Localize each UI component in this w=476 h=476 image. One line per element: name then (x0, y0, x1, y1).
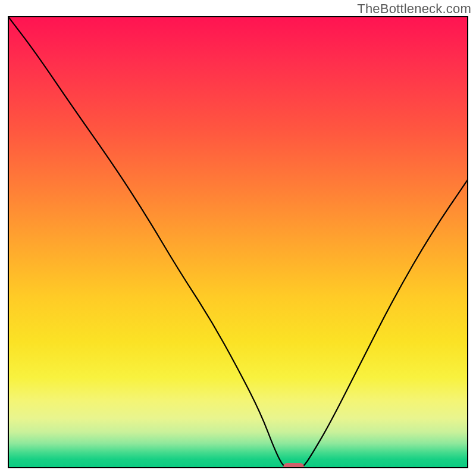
optimum-marker (283, 463, 304, 468)
bottleneck-curve (8, 16, 468, 468)
curve-svg (8, 16, 468, 468)
chart-container: TheBottleneck.com (0, 0, 476, 476)
watermark-text: TheBottleneck.com (357, 1, 471, 17)
plot-area (8, 16, 468, 468)
